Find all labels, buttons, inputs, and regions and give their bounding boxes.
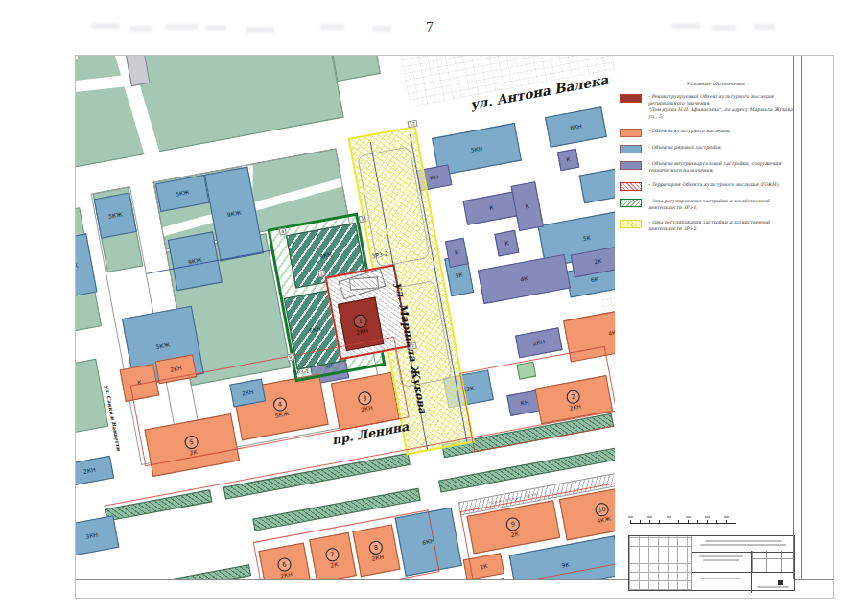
- building-label: 6КН: [309, 326, 321, 334]
- scan-smudge: [754, 24, 775, 30]
- building-label: 5К: [582, 235, 591, 242]
- scale-tick-label: [686, 516, 691, 518]
- logo-mark: [778, 580, 783, 585]
- building-label: 5КЖ: [108, 211, 123, 220]
- title-block-stamp: [628, 535, 795, 591]
- scan-smudge: [711, 25, 736, 31]
- building-label: 5КЖ: [75, 263, 79, 272]
- scan-smudge: [671, 23, 700, 29]
- legend-title: Условные обозначения: [653, 81, 778, 86]
- bldg-blue: 2КН: [75, 456, 114, 486]
- scale-tick: [649, 520, 650, 524]
- scale-tick: [659, 520, 660, 524]
- stamp-info: [692, 536, 794, 590]
- building-label: 2КН: [356, 327, 368, 335]
- building-label: 9КЖ: [226, 210, 241, 219]
- digit: 3: [359, 215, 366, 224]
- map-sheet: 5КЖ5КЖ9КЖ9КЖ5КЖ5КЖ5КН6КН5К6К5К12К6КН3КН2…: [75, 55, 834, 599]
- scale-tick: [640, 520, 641, 524]
- legend-item-heritage-objects: - Объекты культурного наследия;: [620, 129, 794, 137]
- bldg-slate: 2КН: [515, 327, 563, 358]
- legend-item-regulation-zone-2: - Зона регулирования застройки и хозяйст…: [620, 220, 794, 233]
- scale-bar: [630, 514, 736, 524]
- legend-item-heritage-territory: - Территория Объекта культурного наследи…: [620, 182, 794, 191]
- digit: 9: [287, 353, 294, 362]
- strip: [223, 453, 411, 500]
- scale-tick-label: [705, 516, 710, 518]
- legend-swatch-heritage-objects: [620, 129, 642, 137]
- building-label: 2К: [594, 258, 602, 265]
- building-label: К: [525, 203, 529, 210]
- legend-swatch-regulation-zone-2: [620, 220, 642, 228]
- stamp-revision-grid: [629, 536, 692, 590]
- stamp-logo-cell: [752, 573, 794, 590]
- scan-smudge: [246, 27, 274, 33]
- scale-tick: [678, 520, 679, 524]
- bldg-blue: 5КЖ: [75, 233, 97, 299]
- park: [328, 55, 381, 82]
- legend-item-text: - Реконструируемый Объект культурного на…: [648, 94, 794, 121]
- bldg-blue: 6КН: [545, 106, 607, 147]
- building-label: 4КН: [319, 251, 332, 259]
- shed: [349, 276, 379, 290]
- legend-item-text: - Территория Объекта культурного наследи…: [648, 182, 779, 189]
- scan-smudge: [129, 26, 152, 32]
- scale-tick: [688, 520, 689, 524]
- bldg-blue: 5КЖ: [94, 192, 137, 238]
- legend-item-text: - Объекты внутриквартальной застройки, с…: [648, 161, 794, 175]
- stamp-sheet-title: [692, 551, 794, 573]
- building-label: 6К: [590, 276, 598, 283]
- legend-item-regulation-zone-1: - Зона регулирования застройки и хозяйст…: [620, 199, 794, 212]
- legend-swatch-intra-block-buildings: [620, 161, 642, 170]
- scan-smudge: [320, 24, 345, 30]
- bldg-slate: К: [463, 191, 521, 225]
- scale-tick: [630, 520, 631, 524]
- page-number: 7: [418, 19, 441, 35]
- line-red: [459, 346, 620, 453]
- legend-item-reconstructed-heritage-object: - Реконструируемый Объект культурного на…: [620, 94, 794, 121]
- building-label: 5КН: [470, 146, 482, 154]
- scanned-document-page: 7 5КЖ5КЖ9КЖ9КЖ5КЖ5КЖ5КН6КН5К6К5К12К6КН3К…: [0, 0, 868, 614]
- building-label: 5КЖ: [155, 342, 170, 351]
- building-label: К: [455, 249, 459, 256]
- outer-frame-line: [801, 56, 802, 579]
- building-label: К: [504, 240, 509, 247]
- building-label: 5КЖ: [175, 189, 189, 198]
- building-label: К: [566, 156, 571, 163]
- building-label: 2КН: [170, 366, 182, 373]
- legend-panel: Условные обозначения - Реконструируемый …: [615, 56, 833, 579]
- bldg-slate: К: [494, 230, 519, 257]
- scale-tick-label: [667, 516, 671, 518]
- digit: 2: [410, 342, 417, 351]
- digit: 1: [317, 270, 325, 278]
- scale-tick-label: [647, 516, 652, 518]
- building-label: К: [489, 205, 494, 212]
- scan-smudge: [165, 24, 198, 30]
- building-label: 4К: [520, 275, 528, 282]
- stamp-org-name: [692, 573, 752, 593]
- building-label: 3КН: [85, 532, 98, 540]
- legend-item-intra-block-buildings: - Объекты внутриквартальной застройки, с…: [620, 161, 794, 175]
- scale-bar-line: [630, 523, 736, 524]
- building-label: 6КН: [570, 123, 582, 130]
- bldg-blue: 3КН: [75, 515, 119, 556]
- scan-smudge: [205, 25, 226, 31]
- scan-smudge: [372, 26, 391, 32]
- legend-swatch-regulation-zone-1: [620, 199, 642, 207]
- legend-item-text: - Зона регулирования застройки и хозяйст…: [648, 220, 794, 233]
- legend-item-text: - Объекты рядовой застройки;: [648, 145, 722, 152]
- legend-swatch-reconstructed-heritage-object: [620, 94, 642, 103]
- scale-tick: [697, 520, 698, 524]
- bldg-slate: 4К: [478, 254, 571, 304]
- building-label: 2КН: [532, 339, 545, 346]
- scale-tick: [726, 520, 727, 524]
- bldg-slate: К: [445, 238, 469, 268]
- digit: 4: [279, 227, 287, 236]
- stamp-drawing-name: [692, 551, 752, 575]
- bldg-slate: К: [557, 149, 579, 171]
- legend-swatch-ordinary-buildings: [620, 145, 642, 154]
- legend-swatch-heritage-territory: [620, 182, 642, 191]
- stamp-stage-cells: [752, 551, 794, 572]
- scale-tick-label: [724, 516, 729, 518]
- building-label: КН: [430, 175, 439, 181]
